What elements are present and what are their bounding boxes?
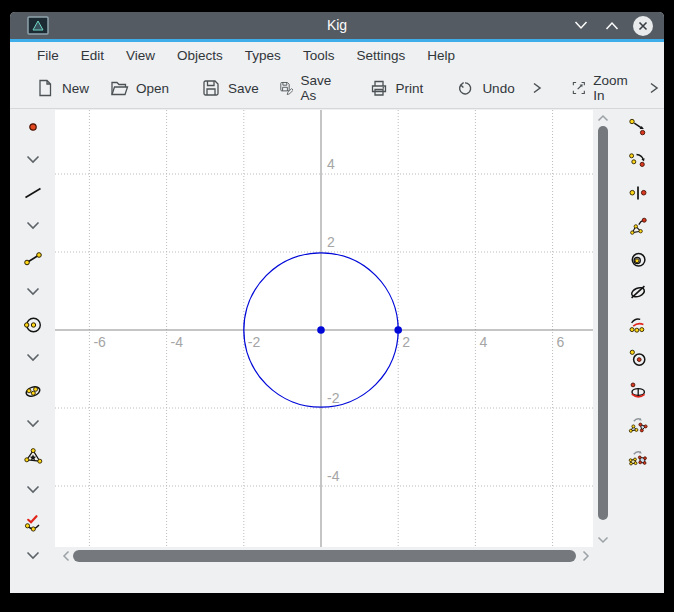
line-icon	[23, 183, 43, 203]
scroll-down-button[interactable]	[594, 533, 612, 546]
line-tools-expander[interactable]	[26, 209, 40, 242]
similitude-icon	[628, 414, 648, 434]
chevron-down-icon	[597, 536, 609, 544]
menu-help[interactable]: Help	[416, 44, 466, 67]
svg-text:-6: -6	[93, 334, 106, 350]
chevron-right-icon	[582, 550, 590, 562]
circle-tools-expander[interactable]	[26, 341, 40, 374]
segment-tool-button[interactable]	[23, 242, 43, 275]
conic-tools-expander[interactable]	[26, 407, 40, 440]
svg-text:4: 4	[479, 334, 487, 350]
left-toolbar	[10, 110, 55, 572]
save-as-button[interactable]: Save As	[269, 66, 347, 110]
circle-center-point-tool-button[interactable]	[628, 341, 648, 374]
maximize-button[interactable]	[601, 15, 623, 37]
polygon-tools-expander[interactable]	[26, 473, 40, 506]
main-area: -6-4-224642-2-4	[10, 110, 664, 547]
inversion-tool-button[interactable]	[628, 242, 648, 275]
undo-more-button[interactable]	[525, 74, 549, 102]
undo-button[interactable]: Undo	[445, 71, 524, 105]
zoom-more-button[interactable]	[642, 74, 666, 102]
menu-file[interactable]: File	[26, 44, 70, 67]
chevron-down-icon	[26, 155, 40, 164]
menubar: File Edit View Objects Types Tools Setti…	[10, 42, 664, 68]
kig-window: Kig File Edit View Objects Types Tools S…	[10, 12, 664, 593]
chevron-right-icon	[648, 81, 660, 95]
vertical-scrollbar-thumb[interactable]	[598, 126, 608, 520]
svg-text:4: 4	[327, 156, 335, 172]
menu-view[interactable]: View	[115, 44, 166, 67]
point-tools-expander[interactable]	[26, 143, 40, 176]
open-button[interactable]: Open	[99, 71, 179, 105]
save-button[interactable]: Save	[191, 71, 269, 105]
point-reflection-tool-button[interactable]	[628, 176, 648, 209]
save-label: Save	[228, 81, 259, 96]
close-icon	[632, 15, 654, 37]
affinity-tool-button[interactable]	[628, 275, 648, 308]
chevron-down-icon	[26, 287, 40, 296]
segment-tools-expander[interactable]	[26, 275, 40, 308]
save-icon	[201, 78, 221, 98]
menu-tools[interactable]: Tools	[292, 44, 346, 67]
window-title: Kig	[10, 12, 664, 39]
scale-tool-button[interactable]	[628, 209, 648, 242]
print-button[interactable]: Print	[359, 71, 434, 105]
crossed-ellipse-icon	[628, 282, 648, 302]
rotate-tool-button[interactable]	[628, 143, 648, 176]
translate-icon	[628, 117, 648, 137]
segment-icon	[23, 249, 43, 269]
rotate-icon	[628, 150, 648, 170]
menu-types[interactable]: Types	[234, 44, 292, 67]
point-tool-button[interactable]	[23, 110, 43, 143]
titlebar[interactable]: Kig	[10, 12, 664, 39]
chevron-up-icon	[597, 114, 609, 122]
geometry-canvas[interactable]: -6-4-224642-2-4	[55, 110, 593, 547]
zoom-in-icon	[571, 78, 587, 98]
circle-tool-button[interactable]	[23, 308, 43, 341]
new-button[interactable]: New	[25, 71, 99, 105]
circle-icon	[23, 315, 43, 335]
print-label: Print	[396, 81, 424, 96]
window-controls	[570, 12, 654, 39]
geometry-svg[interactable]: -6-4-224642-2-4	[55, 110, 593, 547]
conic-arc-icon	[628, 381, 648, 401]
horizontal-scrollbar[interactable]	[57, 549, 594, 563]
menu-settings[interactable]: Settings	[345, 44, 416, 67]
circular-inversion-icon	[628, 249, 648, 269]
menu-objects[interactable]: Objects	[166, 44, 234, 67]
vertical-scrollbar[interactable]	[594, 110, 612, 547]
chevron-down-icon	[26, 419, 40, 428]
test-tool-button[interactable]	[23, 506, 43, 539]
scroll-up-button[interactable]	[594, 111, 612, 124]
minimize-button[interactable]	[570, 15, 592, 37]
save-as-label: Save As	[300, 73, 336, 103]
scroll-left-button[interactable]	[59, 549, 72, 563]
polygon-tool-button[interactable]	[23, 440, 43, 473]
menu-edit[interactable]: Edit	[70, 44, 115, 67]
test-tools-expander[interactable]	[26, 539, 40, 572]
conic-icon	[23, 381, 43, 401]
horizontal-scrollbar-thumb[interactable]	[73, 550, 576, 562]
zoom-in-button[interactable]: Zoom In	[561, 66, 643, 110]
arc-tool-button[interactable]	[628, 308, 648, 341]
svg-text:6: 6	[557, 334, 565, 350]
chevron-down-icon	[573, 20, 589, 31]
chevron-left-icon	[62, 550, 70, 562]
translate-tool-button[interactable]	[628, 110, 648, 143]
chevron-down-icon	[26, 353, 40, 362]
close-button[interactable]	[632, 15, 654, 37]
svg-text:2: 2	[402, 334, 410, 350]
conic-tool-button[interactable]	[23, 374, 43, 407]
new-document-icon	[35, 78, 55, 98]
scroll-right-button[interactable]	[579, 549, 592, 563]
chevron-down-icon	[26, 485, 40, 494]
projectivity-tool-button[interactable]	[628, 440, 648, 473]
chevron-up-icon	[604, 20, 620, 31]
conic-arc-tool-button[interactable]	[628, 374, 648, 407]
line-tool-button[interactable]	[23, 176, 43, 209]
test-check-icon	[23, 513, 43, 533]
similitude-tool-button[interactable]	[628, 407, 648, 440]
desktop-background: { "window": { "title": "Kig", "controls"…	[0, 0, 674, 612]
point-reflection-icon	[628, 183, 648, 203]
undo-label: Undo	[482, 81, 514, 96]
